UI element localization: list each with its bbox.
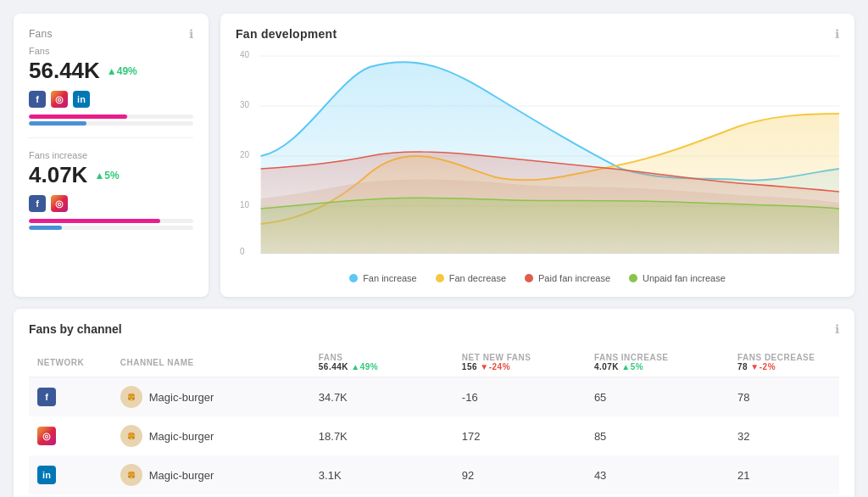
fans-table: Network Channel Name Fans 56.44K ▲49% — [29, 348, 839, 494]
cell-fans: 34.7K — [310, 377, 453, 417]
fans-progress-bar-container — [29, 114, 193, 119]
fans-increase-badge: ▲5% — [94, 170, 119, 181]
cell-channel: 🍔 Magic-burger — [112, 416, 310, 455]
fan-dev-title: Fan development — [236, 27, 337, 41]
legend-fan-decrease-label: Fan decrease — [449, 273, 506, 283]
th-fans-increase: Fans Increase 4.07K ▲5% — [586, 348, 729, 377]
ig-network-icon: ◎ — [37, 427, 56, 445]
legend-unpaid-fan-increase: Unpaid fan increase — [629, 273, 726, 283]
fans-increase-facebook-icon[interactable]: f — [29, 195, 46, 212]
fans-increase-instagram-icon[interactable]: ◎ — [51, 195, 68, 212]
fans-label: Fans — [29, 46, 193, 56]
fans-increase-progress-bar — [29, 219, 193, 223]
facebook-icon[interactable]: f — [29, 91, 46, 108]
svg-text:0: 0 — [240, 247, 245, 256]
th-net-new-fans: Net New Fans 156 ▼-24% — [453, 348, 586, 377]
fan-dev-chart: 40 30 20 10 0 Jul Aug Sep Oct Nov Dec — [236, 46, 839, 266]
cell-fans-increase: 43 — [586, 455, 729, 494]
cell-network: in — [29, 455, 112, 494]
cell-fans-decrease: 78 — [729, 377, 839, 417]
legend-paid-label: Paid fan increase — [538, 273, 610, 283]
cell-channel: 🍔 Magic-burger — [112, 455, 310, 494]
legend-unpaid-dot — [629, 274, 637, 282]
fan-dev-card: Fan development ℹ 40 30 20 10 0 Jul Aug — [220, 14, 854, 297]
fans-card: Fans ℹ Fans 56.44K ▲49% f ◎ in Fans incr… — [14, 14, 209, 297]
table-info-icon[interactable]: ℹ — [835, 322, 839, 336]
fans-by-channel-card: Fans by channel ℹ Network Channel Name F… — [14, 309, 854, 497]
legend-fan-increase-label: Fan increase — [363, 273, 417, 283]
th-channel: Channel Name — [112, 348, 310, 377]
table-header-row: Network Channel Name Fans 56.44K ▲49% — [29, 348, 839, 377]
cell-network: f — [29, 377, 112, 417]
cell-net-new: 92 — [453, 455, 586, 494]
legend-paid-fan-increase: Paid fan increase — [525, 273, 610, 283]
chart-svg: 40 30 20 10 0 Jul Aug Sep Oct Nov Dec — [236, 46, 839, 258]
fans-increase-label: Fans increase — [29, 150, 193, 160]
instagram-icon[interactable]: ◎ — [51, 91, 68, 108]
cell-net-new: -16 — [453, 377, 586, 417]
table-row: ◎ 🍔 Magic-burger 18.7K 172 85 32 — [29, 416, 839, 455]
channel-name: Magic-burger — [149, 430, 214, 443]
legend-fan-decrease-dot — [436, 274, 444, 282]
fans-number: 56.44K — [29, 58, 100, 84]
cell-fans-decrease: 32 — [729, 416, 839, 455]
cell-fans-decrease: 21 — [729, 455, 839, 494]
fans-increase-social-icons: f ◎ — [29, 195, 193, 212]
cell-fans-increase: 85 — [586, 416, 729, 455]
cell-channel: 🍔 Magic-burger — [112, 377, 310, 417]
fans-badge: ▲49% — [107, 65, 137, 77]
table-row: f 🍔 Magic-burger 34.7K -16 65 78 — [29, 377, 839, 417]
cell-fans: 3.1K — [310, 455, 453, 494]
legend-unpaid-label: Unpaid fan increase — [643, 273, 726, 283]
fans-social-icons: f ◎ in — [29, 91, 193, 108]
fan-dev-info-icon[interactable]: ℹ — [835, 27, 839, 41]
table-body: f 🍔 Magic-burger 34.7K -16 65 78 ◎ 🍔 Mag… — [29, 377, 839, 495]
th-fans-decrease: Fans Decrease 78 ▼-2% — [729, 348, 839, 377]
legend-fan-decrease: Fan decrease — [436, 273, 506, 283]
fb-network-icon: f — [37, 388, 56, 406]
legend-paid-dot — [525, 274, 533, 282]
linkedin-icon[interactable]: in — [73, 91, 90, 108]
chart-legend: Fan increase Fan decrease Paid fan incre… — [236, 273, 839, 283]
fans-increase-blue-bar — [29, 226, 62, 230]
fans-progress-bar2-container — [29, 121, 193, 126]
table-card-header: Fans by channel ℹ — [29, 322, 839, 336]
fans-value-row: 56.44K ▲49% — [29, 58, 193, 84]
fans-increase-value-row: 4.07K ▲5% — [29, 162, 193, 188]
th-fans: Fans 56.44K ▲49% — [310, 348, 453, 377]
channel-avatar: 🍔 — [120, 464, 142, 486]
fans-increase-number: 4.07K — [29, 162, 87, 188]
legend-fan-increase-dot — [349, 274, 358, 282]
channel-name: Magic-burger — [149, 391, 214, 404]
table-title: Fans by channel — [29, 322, 122, 336]
li-network-icon: in — [37, 466, 56, 484]
svg-text:30: 30 — [240, 100, 249, 109]
svg-text:40: 40 — [240, 50, 249, 59]
fans-progress-blue — [29, 121, 86, 126]
cell-fans: 18.7K — [310, 416, 453, 455]
fans-card-title: Fans — [29, 28, 53, 40]
fans-increase-progress-bar2 — [29, 226, 193, 230]
svg-text:20: 20 — [240, 150, 249, 159]
legend-fan-increase: Fan increase — [349, 273, 417, 283]
fans-progress-pink — [29, 114, 127, 119]
svg-text:10: 10 — [240, 200, 249, 209]
fans-info-icon[interactable]: ℹ — [189, 27, 193, 41]
channel-name: Magic-burger — [149, 469, 214, 482]
cell-net-new: 172 — [453, 416, 586, 455]
fans-increase-pink-bar — [29, 219, 160, 223]
cell-network: ◎ — [29, 416, 112, 455]
channel-avatar: 🍔 — [120, 386, 142, 408]
cell-fans-increase: 65 — [586, 377, 729, 417]
th-network: Network — [29, 348, 112, 377]
channel-avatar: 🍔 — [120, 425, 142, 447]
table-row: in 🍔 Magic-burger 3.1K 92 43 21 — [29, 455, 839, 494]
